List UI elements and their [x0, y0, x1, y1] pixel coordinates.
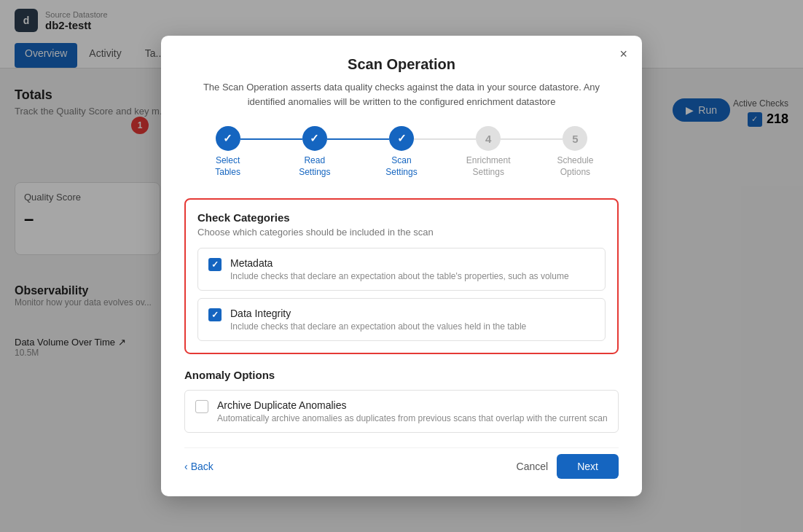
metadata-label: Metadata — [230, 257, 569, 269]
step-5: 5 ScheduleOptions — [532, 126, 619, 178]
footer-right-actions: Cancel Next — [517, 454, 619, 479]
step-1-connector — [240, 138, 302, 140]
step-2-connector — [327, 138, 389, 140]
step-3-connector — [414, 138, 476, 140]
step-4-connector — [501, 138, 563, 140]
back-chevron-icon: ‹ — [184, 461, 188, 472]
check-categories-section: Check Categories Choose which categories… — [184, 198, 619, 354]
metadata-description: Include checks that declare an expectati… — [230, 271, 569, 281]
archive-duplicates-text: Archive Duplicate Anomalies Automaticall… — [217, 399, 608, 423]
step-2-label: ReadSettings — [299, 155, 330, 178]
check-categories-title: Check Categories — [197, 211, 606, 224]
data-integrity-text: Data Integrity Include checks that decla… — [230, 308, 526, 332]
cancel-button[interactable]: Cancel — [517, 461, 549, 472]
step-2-circle: ✓ — [302, 126, 327, 151]
wizard-stepper: ✓ SelectTables ✓ ReadSettings ✓ ScanSett… — [184, 126, 619, 178]
close-button[interactable]: × — [619, 47, 627, 60]
step-4-label: EnrichmentSettings — [466, 155, 511, 178]
metadata-check-item[interactable]: ✓ Metadata Include checks that declare a… — [197, 248, 606, 291]
step-2: ✓ ReadSettings — [271, 126, 358, 178]
data-integrity-check-item[interactable]: ✓ Data Integrity Include checks that dec… — [197, 298, 606, 341]
modal-footer: ‹ Back Cancel Next — [184, 447, 619, 479]
data-integrity-label: Data Integrity — [230, 308, 526, 319]
step-1-circle: ✓ — [216, 126, 240, 151]
back-button-label: Back — [191, 461, 214, 472]
anomaly-options-section: Anomaly Options Archive Duplicate Anomal… — [184, 369, 619, 433]
check-categories-subtitle: Choose which categories should be includ… — [197, 227, 606, 238]
step-4: 4 EnrichmentSettings — [445, 126, 532, 178]
anomaly-options-title: Anomaly Options — [184, 369, 619, 381]
step-3-circle: ✓ — [389, 126, 414, 151]
archive-duplicates-checkbox[interactable] — [195, 400, 208, 413]
back-button[interactable]: ‹ Back — [184, 461, 214, 472]
step-5-circle: 5 — [563, 126, 587, 151]
step-3-label: ScanSettings — [385, 155, 417, 178]
data-integrity-checkbox[interactable]: ✓ — [208, 308, 222, 321]
metadata-checkbox[interactable]: ✓ — [208, 258, 222, 271]
metadata-text: Metadata Include checks that declare an … — [230, 257, 569, 281]
archive-duplicates-label: Archive Duplicate Anomalies — [217, 399, 608, 411]
step-4-circle: 4 — [476, 126, 501, 151]
data-integrity-description: Include checks that declare an expectati… — [230, 321, 526, 332]
archive-duplicates-item[interactable]: Archive Duplicate Anomalies Automaticall… — [184, 390, 619, 433]
step-5-label: ScheduleOptions — [557, 155, 593, 178]
step-1-label: SelectTables — [215, 155, 240, 178]
step-3: ✓ ScanSettings — [358, 126, 444, 178]
scan-operation-modal: × Scan Operation The Scan Operation asse… — [161, 36, 642, 496]
modal-description: The Scan Operation asserts data quality … — [184, 80, 619, 109]
modal-title: Scan Operation — [184, 56, 619, 73]
step-1: ✓ SelectTables — [184, 126, 271, 178]
next-button[interactable]: Next — [557, 454, 619, 479]
archive-duplicates-description: Automatically archive anomalies as dupli… — [217, 413, 608, 423]
